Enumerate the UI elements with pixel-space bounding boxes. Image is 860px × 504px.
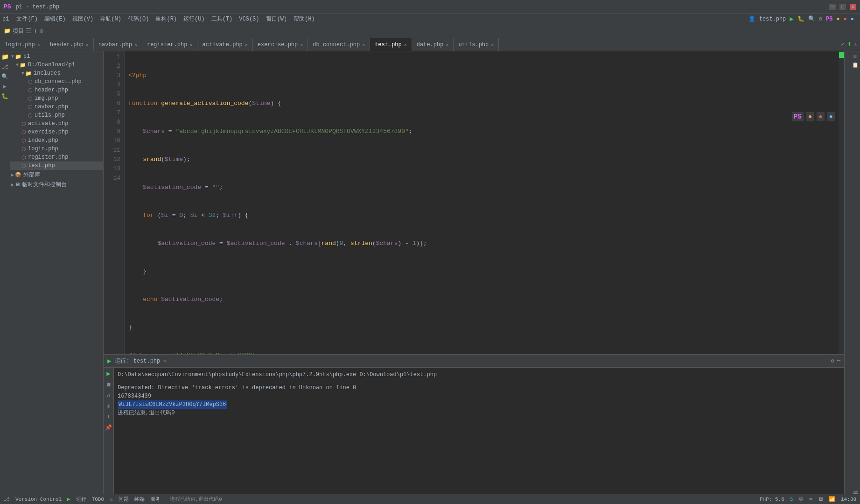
tab-date[interactable]: date.php ✕ [412,38,454,51]
menu-file[interactable]: 文件(F) [14,14,41,24]
maximize-button[interactable]: □ [839,4,846,10]
tree-item-exercise[interactable]: ⬡ exercise.php [10,128,103,136]
tree-item-activate[interactable]: ⬡ activate.php [10,119,103,128]
toolbar-btn1[interactable]: ☰ [26,27,32,35]
search-side-icon[interactable]: 🔍 [1,73,8,80]
tab-close-login[interactable]: ✕ [37,42,40,48]
tab-login[interactable]: login.php ✕ [0,38,45,51]
user-icon[interactable]: 👤 [748,15,755,22]
filter-terminal-side[interactable]: ⊞ [107,403,110,410]
tree-item-includes[interactable]: ▼ 📁 includes [10,69,103,77]
chrome-editor-icon[interactable]: ● [806,112,814,121]
tab-close-exercise[interactable]: ✕ [300,42,303,48]
terminal-content[interactable]: D:\Data\secquan\Environment\phpstudy\Ext… [114,368,844,494]
tab-register[interactable]: register.php ✕ [142,38,197,51]
ps-editor-icon[interactable]: PS [792,112,804,121]
keyboard-icon[interactable]: ⌨ [809,496,812,502]
screen-icon[interactable]: 🖥 [818,496,823,502]
run-terminal-icon[interactable]: ▶ [107,357,111,365]
minimize-button[interactable]: ─ [829,4,836,10]
toolbar-btn4[interactable]: ─ [45,28,49,35]
menu-refactor[interactable]: 重构(R) [153,14,180,24]
scrollbar-right[interactable] [844,51,850,494]
run-side-icon[interactable]: ▶ [3,83,7,90]
pin-terminal-side[interactable]: 📌 [105,424,112,431]
tab-close-utils[interactable]: ✕ [491,42,494,48]
right-panel-icon2[interactable]: 📋 [852,62,859,68]
run-status-icon[interactable]: ▶ [67,496,70,502]
terminal-status-label[interactable]: 终端 [134,496,145,503]
tab-close-test[interactable]: ✕ [404,42,407,48]
menu-edit[interactable]: 编辑(E) [42,14,69,24]
menu-window[interactable]: 窗口(W) [263,14,290,24]
bookmarks-label[interactable]: 书签 [851,484,860,488]
tree-item-index[interactable]: ⬡ index.php [10,136,103,145]
tab-test[interactable]: test.php ✕ [370,38,412,51]
tab-utils[interactable]: utils.php ✕ [454,38,499,51]
code-editor[interactable]: 1 2 3 4 5 6 7 8 9 10 11 12 13 14 <?php f… [104,51,844,354]
folder-side-icon[interactable]: 📁 [1,53,9,61]
terminal-output-code[interactable]: WiJL7IslwC6EMzZVkzP3H0qY7lMepS36 [118,400,227,409]
menu-tools[interactable]: 工具(T) [209,14,236,24]
tree-item-navbar[interactable]: ⬡ navbar.php [10,103,103,111]
scroll-terminal-side[interactable]: ⬇ [107,413,110,420]
edge-editor-icon[interactable]: ● [817,112,824,121]
tree-item-path[interactable]: ▼ 📁 D:/Download/p1 [10,61,103,69]
tree-item-temp[interactable]: ▶ 🖥 临时文件和控制台 [10,180,103,189]
git-side-icon[interactable]: ⎇ [2,63,8,70]
tree-item-test[interactable]: ⬡ test.php [10,161,103,170]
run-terminal-side[interactable]: ▶ [106,370,110,378]
tree-item-dbconnect[interactable]: ⬡ db_connect.php [10,77,103,86]
tab-exercise[interactable]: exercise.php ✕ [253,38,308,51]
terminal-file-tab[interactable]: test.php [133,358,161,364]
tab-dbconnect[interactable]: db_connect.php ✕ [308,38,370,51]
run-status-label[interactable]: 运行 [76,496,86,503]
problem-status-label[interactable]: 问题 [119,496,129,503]
tab-close-register[interactable]: ✕ [189,42,192,48]
tree-item-header[interactable]: ⬡ header.php [10,86,103,94]
todo-status-label[interactable]: TODO [92,497,104,502]
another-editor-icon[interactable]: ● [827,112,835,121]
tab-close-activate[interactable]: ✕ [245,42,248,48]
en-label[interactable]: 英 [798,496,804,503]
rerun-terminal-side[interactable]: ↺ [107,392,110,399]
wifi-icon[interactable]: 📶 [829,496,835,502]
tree-item-external[interactable]: ▶ 📦 外部库 [10,170,103,180]
toolbar-project-icon[interactable]: 📁 [4,28,11,35]
tab-header[interactable]: header.php ✕ [45,38,94,51]
tab-navbar[interactable]: navbar.php ✕ [94,38,142,51]
sougou-icon[interactable]: S [790,497,793,502]
git-icon-status[interactable]: ⎇ [4,496,10,502]
terminal-tab-close[interactable]: ✕ [164,358,167,364]
tree-item-img[interactable]: ⬡ img.php [10,94,103,103]
menu-code[interactable]: 代码(O) [125,14,152,24]
tab-close-navbar[interactable]: ✕ [134,42,137,48]
search-btn[interactable]: 🔍 [808,15,815,22]
tree-item-utils[interactable]: ⬡ utils.php [10,111,103,119]
settings-btn[interactable]: ⚙ [819,15,822,22]
debug-btn[interactable]: 🐛 [797,15,804,22]
tree-item-register[interactable]: ⬡ register.php [10,153,103,161]
tab-close-dbconnect[interactable]: ✕ [362,42,365,48]
code-content[interactable]: <?php function generate_activation_code(… [125,51,839,354]
menu-vcs[interactable]: VCS(S) [236,15,262,23]
menu-run[interactable]: 运行(U) [181,14,208,24]
problem-icon[interactable]: ⚠ [110,496,113,502]
settings-terminal-icon[interactable]: ⚙ [831,357,834,364]
tab-close-date[interactable]: ✕ [446,42,448,48]
tree-item-login[interactable]: ⬡ login.php [10,145,103,153]
version-control-label[interactable]: Version Control [15,497,62,502]
stop-terminal-side[interactable]: ⏹ [106,381,112,388]
service-status-label[interactable]: 服务 [150,496,161,503]
menu-view[interactable]: 视图(V) [70,14,97,24]
debug-side-icon[interactable]: 🐛 [1,93,8,100]
structure-label[interactable]: 结构 [851,488,860,492]
toolbar-btn2[interactable]: ⬆ [34,27,37,35]
tab-close-header[interactable]: ✕ [86,42,89,48]
tree-item-p1[interactable]: ▼ 📁 p1 [10,52,103,61]
minimize-terminal-icon[interactable]: ─ [837,357,840,364]
tab-activate[interactable]: activate.php ✕ [197,38,252,51]
toolbar-btn3[interactable]: ⊕ [39,27,43,35]
right-panel-icon1[interactable]: ⊞ [853,53,857,59]
menu-help[interactable]: 帮助(H) [291,14,318,24]
